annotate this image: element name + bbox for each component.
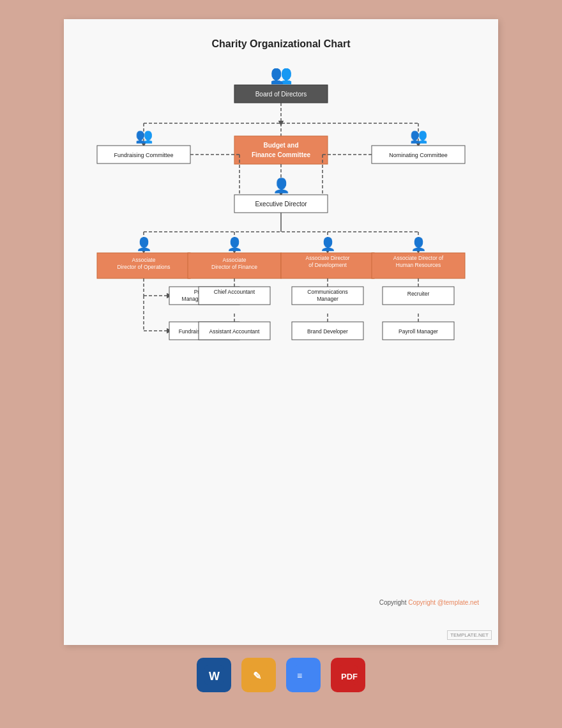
svg-text:PDF: PDF (341, 672, 358, 681)
brand-label: Brand Developer (307, 328, 348, 335)
pdf-icon[interactable]: PDF (331, 658, 365, 692)
dev-icon: 👤 (320, 236, 336, 252)
chief-label-1: Chief Accountant (214, 289, 255, 295)
word-icon[interactable]: W (197, 658, 231, 692)
svg-text:✎: ✎ (253, 671, 261, 681)
exec-label: Executive Director (255, 201, 307, 208)
budget-label-1: Budget and (264, 142, 299, 149)
dev-label-1: Associate Director (306, 255, 350, 261)
board-icon: 👥 (270, 64, 292, 85)
svg-text:W: W (209, 670, 220, 683)
fundraising-label: Fundraising Committee (114, 152, 173, 158)
watermark: TEMPLATE.NET (447, 630, 492, 640)
nominating-icon: 👥 (410, 127, 428, 144)
ops-label-2: Director of Operations (117, 264, 170, 270)
comm-label-2: Manager (317, 296, 338, 302)
exec-icon: 👤 (273, 177, 291, 194)
comm-label-1: Communications (307, 289, 347, 295)
hr-icon: 👤 (411, 236, 427, 252)
ops-icon: 👤 (136, 236, 152, 252)
copyright-link: Copyright @template.net (408, 599, 479, 606)
hr-label-2: Human Resources (396, 262, 441, 268)
ops-label-1: Associate (132, 257, 156, 263)
fin-label-2: Director of Finance (211, 264, 257, 270)
hr-label-1: Associate Director of (393, 255, 444, 261)
copyright: Copyright Copyright @template.net (83, 599, 479, 606)
org-chart: 👥 Board of Directors 👥 Fundraising Commi… (83, 63, 479, 586)
fin-label-1: Associate (223, 257, 247, 263)
page-title: Charity Organizational Chart (83, 38, 479, 50)
recruiter-label: Recruiter (407, 291, 430, 297)
fin-icon: 👤 (227, 236, 243, 252)
payroll-label: Payroll Manager (399, 328, 438, 335)
fundraising-icon: 👥 (135, 127, 153, 144)
docs-icon[interactable]: ≡ (286, 658, 321, 692)
asst-acct-label: Assistant Accountant (209, 328, 261, 335)
main-page: Charity Organizational Chart 👥 Board of … (64, 19, 498, 645)
nominating-label: Nominating Committee (389, 152, 448, 158)
board-label: Board of Directors (255, 91, 307, 98)
budget-box (234, 136, 328, 164)
budget-label-2: Finance Committee (252, 151, 311, 158)
app-toolbar: W ✎ ≡ PDF (197, 658, 365, 692)
pages-icon[interactable]: ✎ (241, 658, 276, 692)
svg-text:≡: ≡ (297, 671, 302, 681)
dev-label-2: of Development (308, 262, 347, 268)
